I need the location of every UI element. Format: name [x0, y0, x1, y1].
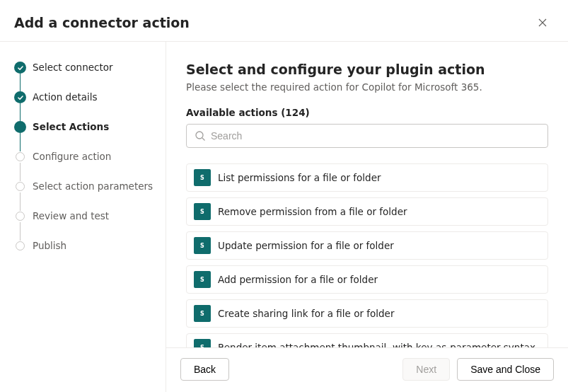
wizard-step-6[interactable]: Review and test	[14, 210, 166, 221]
wizard-step-7[interactable]: Publish	[14, 240, 166, 251]
wizard-step-label: Select Actions	[33, 121, 109, 132]
action-row-label: Remove permission from a file or folder	[218, 206, 407, 217]
action-row[interactable]: SAdd permission for a file or folder	[186, 265, 548, 294]
page-subtitle: Please select the required action for Co…	[186, 81, 548, 93]
connector-icon: S	[194, 203, 211, 220]
action-row[interactable]: SRender item attachment thumbnail, with …	[186, 333, 548, 347]
action-row-label: Add permission for a file or folder	[218, 274, 378, 285]
footer: Back Next Save and Close	[166, 347, 568, 392]
step-marker-upcoming	[16, 182, 25, 191]
wizard-step-3[interactable]: Select Actions	[14, 121, 166, 132]
step-marker-current	[14, 121, 26, 133]
step-marker-done	[14, 91, 26, 103]
wizard-step-label: Select action parameters	[33, 180, 153, 192]
wizard-step-4[interactable]: Configure action	[14, 151, 166, 162]
back-button[interactable]: Back	[180, 358, 229, 381]
close-button[interactable]	[534, 14, 551, 31]
action-row-label: Render item attachment thumbnail, with k…	[218, 342, 535, 347]
connector-icon: S	[194, 305, 211, 322]
check-icon	[17, 94, 24, 101]
main-content: Select and configure your plugin action …	[166, 42, 568, 347]
action-row[interactable]: SList permissions for a file or folder	[186, 163, 548, 192]
page-heading: Select and configure your plugin action	[186, 62, 548, 77]
search-input[interactable]	[186, 124, 548, 148]
step-marker-done	[14, 62, 26, 74]
step-marker-upcoming	[16, 152, 25, 161]
action-row-label: Create sharing link for a file or folder	[218, 308, 394, 319]
action-row[interactable]: SCreate sharing link for a file or folde…	[186, 299, 548, 328]
step-marker-upcoming	[16, 241, 25, 250]
wizard-step-label: Configure action	[33, 151, 111, 162]
wizard-step-1[interactable]: Select connector	[14, 62, 166, 73]
wizard-step-2[interactable]: Action details	[14, 91, 166, 103]
connector-icon: S	[194, 271, 211, 288]
save-and-close-button[interactable]: Save and Close	[457, 358, 554, 381]
action-row[interactable]: SUpdate permission for a file or folder	[186, 231, 548, 260]
modal-title: Add a connector action	[14, 15, 190, 30]
action-list: SList permissions for a file or folderSR…	[186, 163, 548, 347]
available-actions-label: Available actions (124)	[186, 107, 548, 118]
action-row[interactable]: SRemove permission from a file or folder	[186, 197, 548, 226]
close-icon	[537, 17, 548, 28]
check-icon	[17, 64, 24, 71]
wizard-step-label: Review and test	[33, 210, 109, 221]
wizard-step-5[interactable]: Select action parameters	[14, 180, 166, 192]
action-row-label: Update permission for a file or folder	[218, 240, 394, 251]
modal-header: Add a connector action	[0, 0, 568, 42]
connector-icon: S	[194, 169, 211, 186]
wizard-step-label: Select connector	[33, 62, 113, 73]
next-button[interactable]: Next	[402, 358, 450, 381]
wizard-sidebar: Select connectorAction detailsSelect Act…	[0, 42, 166, 392]
connector-icon: S	[194, 339, 211, 347]
step-marker-upcoming	[16, 212, 25, 221]
wizard-step-label: Action details	[33, 91, 98, 103]
action-row-label: List permissions for a file or folder	[218, 172, 381, 183]
connector-icon: S	[194, 237, 211, 254]
wizard-step-label: Publish	[33, 240, 66, 251]
